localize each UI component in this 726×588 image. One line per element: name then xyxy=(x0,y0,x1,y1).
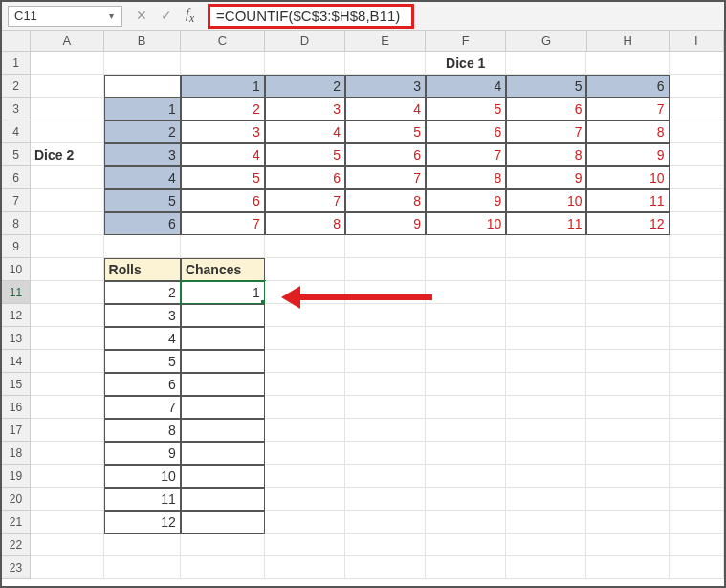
cell-B13[interactable]: 4 xyxy=(104,327,181,350)
cell-A9[interactable] xyxy=(31,235,104,258)
column-header-B[interactable]: B xyxy=(104,31,181,52)
column-header-D[interactable]: D xyxy=(265,31,345,52)
insert-function-icon[interactable]: fx xyxy=(186,7,194,25)
cell-F11[interactable] xyxy=(426,281,506,304)
cell-E5[interactable]: 6 xyxy=(345,143,426,166)
cell-C14[interactable] xyxy=(181,350,265,373)
cell-E7[interactable]: 8 xyxy=(345,189,426,212)
cell-B21[interactable]: 12 xyxy=(104,511,181,534)
select-all-corner[interactable] xyxy=(2,31,31,52)
name-box-dropdown-icon[interactable]: ▾ xyxy=(104,10,118,23)
cell-D5[interactable]: 5 xyxy=(265,143,345,166)
cell-G16[interactable] xyxy=(506,396,586,419)
cell-G12[interactable] xyxy=(506,304,586,327)
cell-D15[interactable] xyxy=(265,373,345,396)
cell-E1[interactable] xyxy=(345,52,426,75)
cell-B10[interactable]: Rolls xyxy=(104,258,181,281)
cell-I6[interactable] xyxy=(670,166,724,189)
cell-C15[interactable] xyxy=(181,373,265,396)
cell-G7[interactable]: 10 xyxy=(506,189,586,212)
row-header-4[interactable]: 4 xyxy=(2,120,31,143)
row-header-1[interactable]: 1 xyxy=(2,52,31,75)
cell-E4[interactable]: 5 xyxy=(345,120,426,143)
row-header-11[interactable]: 11 xyxy=(2,281,31,304)
cell-G14[interactable] xyxy=(506,350,586,373)
cell-H15[interactable] xyxy=(586,373,669,396)
cell-H6[interactable]: 10 xyxy=(586,166,669,189)
cell-A21[interactable] xyxy=(31,511,104,534)
cell-D1[interactable] xyxy=(265,52,345,75)
cell-I11[interactable] xyxy=(670,281,725,304)
cell-C10[interactable]: Chances xyxy=(181,258,265,281)
cell-E19[interactable] xyxy=(345,465,426,488)
cell-C21[interactable] xyxy=(181,511,265,534)
cell-E9[interactable] xyxy=(345,235,426,258)
cell-E6[interactable]: 7 xyxy=(345,166,426,189)
cell-G1[interactable] xyxy=(506,52,586,75)
cell-I2[interactable] xyxy=(670,75,724,98)
cell-H10[interactable] xyxy=(586,258,669,281)
column-header-G[interactable]: G xyxy=(506,31,586,52)
cell-F17[interactable] xyxy=(426,419,506,442)
cell-H5[interactable]: 9 xyxy=(586,143,669,166)
cell-A19[interactable] xyxy=(31,465,104,488)
row-header-14[interactable]: 14 xyxy=(2,350,31,373)
row-header-20[interactable]: 20 xyxy=(2,488,31,511)
cell-D19[interactable] xyxy=(265,465,345,488)
cell-E22[interactable] xyxy=(345,534,426,556)
cell-B23[interactable] xyxy=(104,556,181,579)
cell-G3[interactable]: 6 xyxy=(506,98,586,120)
cell-D8[interactable]: 8 xyxy=(265,212,345,235)
cell-H17[interactable] xyxy=(586,419,669,442)
cell-B12[interactable]: 3 xyxy=(104,304,181,327)
cell-H7[interactable]: 11 xyxy=(586,189,669,212)
cell-E14[interactable] xyxy=(345,350,426,373)
cell-E12[interactable] xyxy=(345,304,426,327)
cell-H1[interactable] xyxy=(586,52,669,75)
cell-H2[interactable]: 6 xyxy=(586,75,669,98)
cell-A15[interactable] xyxy=(31,373,104,396)
cell-F10[interactable] xyxy=(426,258,506,281)
cell-G21[interactable] xyxy=(506,511,586,534)
formula-text[interactable]: =COUNTIF($C$3:$H$8,B11) xyxy=(216,8,400,24)
cell-I22[interactable] xyxy=(670,534,724,556)
cell-C7[interactable]: 6 xyxy=(181,189,265,212)
row-header-15[interactable]: 15 xyxy=(2,373,31,396)
row-header-19[interactable]: 19 xyxy=(2,465,31,488)
column-header-C[interactable]: C xyxy=(181,31,265,52)
row-header-6[interactable]: 6 xyxy=(2,166,31,189)
cell-G11[interactable] xyxy=(506,281,586,304)
cell-H9[interactable] xyxy=(586,235,669,258)
cell-H23[interactable] xyxy=(586,556,669,579)
cell-D3[interactable]: 3 xyxy=(265,98,345,120)
cell-B3[interactable]: 1 xyxy=(104,98,181,120)
row-header-10[interactable]: 10 xyxy=(2,258,31,281)
cell-I15[interactable] xyxy=(670,373,725,396)
cell-D13[interactable] xyxy=(265,327,345,350)
cell-C3[interactable]: 2 xyxy=(181,98,265,120)
cell-F15[interactable] xyxy=(426,373,506,396)
cell-E13[interactable] xyxy=(345,327,426,350)
cell-D17[interactable] xyxy=(265,419,345,442)
cell-G22[interactable] xyxy=(506,534,586,556)
cell-G5[interactable]: 8 xyxy=(506,143,586,166)
cell-G13[interactable] xyxy=(506,327,586,350)
cell-G23[interactable] xyxy=(506,556,586,579)
cell-B19[interactable]: 10 xyxy=(104,465,181,488)
cell-C2[interactable]: 1 xyxy=(181,75,265,98)
cell-C6[interactable]: 5 xyxy=(181,166,265,189)
cell-B7[interactable]: 5 xyxy=(104,189,181,212)
cell-H3[interactable]: 7 xyxy=(586,98,669,120)
cell-B5[interactable]: 3 xyxy=(104,143,181,166)
accept-icon[interactable]: ✓ xyxy=(161,8,172,23)
cell-F23[interactable] xyxy=(426,556,506,579)
cell-G2[interactable]: 5 xyxy=(506,75,586,98)
row-header-16[interactable]: 16 xyxy=(2,396,31,419)
cell-I14[interactable] xyxy=(670,350,725,373)
cell-B6[interactable]: 4 xyxy=(104,166,181,189)
row-header-9[interactable]: 9 xyxy=(2,235,31,258)
cell-G15[interactable] xyxy=(506,373,586,396)
cell-A22[interactable] xyxy=(31,534,104,556)
cell-F5[interactable]: 7 xyxy=(426,143,506,166)
cell-C9[interactable] xyxy=(181,235,265,258)
